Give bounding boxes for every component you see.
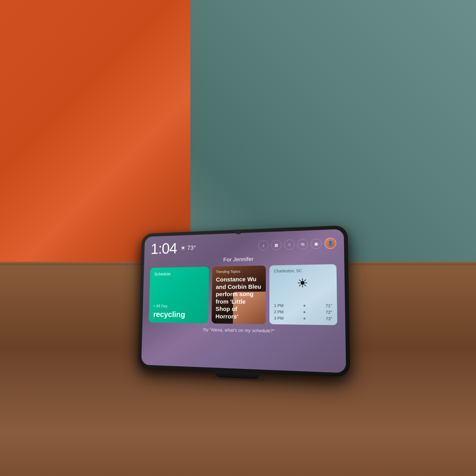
alexa-hint: Try "Alexa, what's on my schedule?" bbox=[149, 326, 337, 335]
user-avatar[interactable]: 👤 bbox=[324, 238, 336, 249]
music-icon-button[interactable]: ♪ bbox=[258, 240, 268, 251]
calendar-icon-button[interactable]: ▦ bbox=[271, 240, 281, 250]
schedule-card-title: Schedule bbox=[154, 271, 204, 277]
avatar-initial: 👤 bbox=[327, 240, 333, 246]
trending-topics-label: Trending Topics bbox=[216, 269, 262, 274]
forecast-row-2pm: 2 PM ☀ 72° bbox=[274, 310, 332, 315]
forecast-temp-3: 73° bbox=[326, 316, 332, 321]
weather-info: ☀ 73° bbox=[180, 244, 196, 252]
all-day-badge: ▪ All Day bbox=[153, 304, 204, 308]
weather-sun-icon: ☀ bbox=[274, 275, 332, 290]
all-day-label: All Day bbox=[156, 304, 168, 308]
weather-forecast: 1 PM ☀ 71° 2 PM ☀ 72° 3 PM ☀ 73° bbox=[274, 303, 332, 321]
shopping-icon-button[interactable]: 🛍 bbox=[298, 239, 308, 249]
forecast-row-3pm: 3 PM ☀ 73° bbox=[274, 316, 332, 321]
forecast-icon-1: ☀ bbox=[303, 304, 306, 308]
forecast-icon-2: ☀ bbox=[303, 310, 306, 314]
time-weather-section: 1:04 ☀ 73° bbox=[151, 240, 196, 256]
forecast-row-1pm: 1 PM ☀ 71° bbox=[274, 303, 332, 308]
schedule-card[interactable]: Schedule ▪ All Day recycling bbox=[149, 267, 209, 323]
echo-show-device: 1:04 ☀ 73° ♪ ▦ ☆ 🛍 ▣ 👤 bbox=[138, 225, 350, 377]
device-screen[interactable]: 1:04 ☀ 73° ♪ ▦ ☆ 🛍 ▣ 👤 bbox=[141, 229, 346, 373]
calendar-small-icon: ▪ bbox=[153, 304, 155, 308]
device-outer-casing: 1:04 ☀ 73° ♪ ▦ ☆ 🛍 ▣ 👤 bbox=[138, 225, 350, 377]
forecast-temp-1: 71° bbox=[326, 304, 332, 308]
cards-container: Schedule ▪ All Day recycling Trending To… bbox=[149, 264, 337, 325]
forecast-time-2: 2 PM bbox=[274, 310, 284, 314]
forecast-icon-3: ☀ bbox=[303, 316, 306, 321]
forecast-temp-2: 72° bbox=[326, 310, 332, 315]
event-name: recycling bbox=[153, 310, 204, 319]
forecast-time-1: 1 PM bbox=[274, 303, 284, 308]
widget-icon-button[interactable]: ▣ bbox=[311, 238, 322, 249]
top-bar: 1:04 ☀ 73° ♪ ▦ ☆ 🛍 ▣ 👤 bbox=[151, 235, 336, 256]
star-icon-button[interactable]: ☆ bbox=[284, 239, 294, 250]
sun-icon: ☀ bbox=[180, 244, 186, 252]
news-card-content: Trending Topics Constance Wu and Corbin … bbox=[212, 266, 266, 324]
time-display: 1:04 bbox=[151, 241, 177, 256]
temperature-display: 73° bbox=[187, 244, 196, 252]
weather-card[interactable]: Charleston, SC ☀ 1 PM ☀ 71° 2 PM ☀ 72° bbox=[270, 264, 337, 325]
device-stand bbox=[216, 371, 260, 379]
news-card[interactable]: Trending Topics Constance Wu and Corbin … bbox=[212, 266, 266, 324]
weather-location: Charleston, SC bbox=[274, 268, 332, 273]
forecast-time-3: 3 PM bbox=[274, 316, 284, 321]
top-icons-bar: ♪ ▦ ☆ 🛍 ▣ 👤 bbox=[258, 238, 336, 251]
news-headline: Constance Wu and Corbin Bleu perform son… bbox=[215, 275, 262, 321]
